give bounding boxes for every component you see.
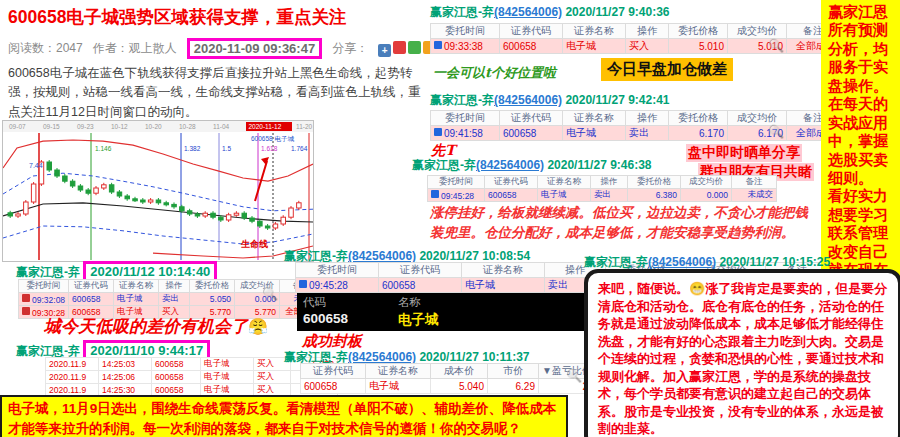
share-wechat-icon[interactable] (408, 41, 421, 54)
svg-text:10-28: 10-28 (179, 123, 196, 130)
cell: 电子城 (201, 358, 254, 371)
timestamp: 2020/11/27 10:15:25 (719, 255, 830, 269)
right-promo-column: 赢家江恩 所有预测 分析，均 服务于实 盘操作。 在每天的 实战应用 中，掌握 … (821, 0, 900, 293)
col-header: 委托时间 (296, 263, 379, 278)
table-row: 600658电子城5.0406.2924.58 (301, 379, 611, 394)
cell: 电子城 (462, 278, 545, 293)
col-header: 操作 (591, 176, 628, 189)
cell: 600658 (301, 379, 366, 394)
cell: 600658 (379, 278, 462, 293)
row-flag-icon (22, 307, 30, 315)
cell: 卖出 (159, 293, 190, 306)
cell: 09:45:28 (296, 278, 379, 293)
note-discipline: 涨停挂好，给板就继续减。低位买，边拉边卖，不贪心才能把钱装兜里。仓位分配好，成本… (430, 203, 820, 242)
svg-text:1.382: 1.382 (184, 145, 201, 152)
magnifier-icon[interactable]: 🔍 (566, 368, 582, 383)
stock-code: 600658 (303, 311, 398, 329)
account-link[interactable]: (842564006) (494, 5, 562, 19)
cell: 09:45:28 (428, 189, 485, 202)
timestamp: 2020/11/27 10:11:37 (419, 350, 529, 364)
read-count: 阅读数：2047 (8, 40, 83, 57)
cell: 6.170 (669, 126, 728, 141)
col-header: 证券名称 (462, 263, 545, 278)
magnifier-icon[interactable]: 🔍 (768, 38, 784, 53)
timestamp: 2020/11/27 9:40:36 (565, 5, 669, 19)
share-label: 分享： (332, 40, 368, 57)
col-header: 证券代码 (69, 280, 114, 293)
col-header: 证券代码 (379, 263, 462, 278)
header-row: 证券代码证券名称成本价市价▼盈亏比例(%) (301, 364, 611, 379)
cell: 5.040 (431, 379, 488, 394)
cell: 6.380 (628, 189, 681, 202)
col-header: 委托时间 (19, 280, 69, 293)
cell: 卖出 (626, 126, 669, 141)
magnifier-icon[interactable]: 🔍 (262, 286, 278, 301)
username: 赢家江恩-弃 (284, 350, 348, 364)
publish-time: 2020-11-09 09:36:47 (194, 41, 315, 56)
cell: 600658 (152, 358, 201, 371)
log-header-m1: 赢家江恩-弃(842564006) 2020/11/27 9:40:36 (430, 4, 670, 21)
cell: 5.010 (669, 39, 728, 54)
cell: 电子城 (366, 379, 431, 394)
col-header: 操作 (159, 280, 190, 293)
cell: 14:25:03 (99, 358, 152, 371)
timestamp: 2020/11/12 10:14:40 (90, 264, 210, 279)
stock-name: 电子城 (398, 311, 548, 329)
cell: 600658 (500, 126, 563, 141)
col-header: 证券名称 (563, 24, 626, 39)
account-link[interactable]: (842564006) (348, 249, 416, 263)
col-header: 委托价格 (190, 280, 235, 293)
svg-text:2020-11-12: 2020-11-12 (249, 123, 282, 130)
svg-text:10-12: 10-12 (111, 123, 128, 130)
cell: 未成交 (732, 189, 777, 202)
account-link[interactable]: (842564006) (648, 255, 716, 269)
timestamp: 2020/11/27 9:46:38 (547, 158, 651, 172)
cell: 5.050 (190, 293, 235, 306)
share-plus-icon[interactable]: + (378, 44, 391, 57)
cell: 2020.11.9 (46, 371, 99, 384)
svg-text:11-04: 11-04 (213, 123, 230, 130)
cell: 6.29 (488, 379, 539, 394)
note-yellow-tag: 今日早盘加仓做差 (601, 58, 733, 81)
svg-text:09-07: 09-07 (9, 123, 26, 130)
account-link[interactable]: (842564006) (476, 158, 544, 172)
share-weibo-icon[interactable] (393, 41, 406, 54)
username: 赢家江恩-弃 (16, 344, 80, 358)
table-row: 09:45:28600658电子城卖出6.3800.000未成交 (428, 189, 777, 202)
page: 600658电子城强势区域获得支撑，重点关注 阅读数：2047 作者：观上散人 … (0, 0, 900, 437)
header-row: 委托时间证券代码证券名称操作委托价格成交均价备注 (428, 176, 777, 189)
col-header: 委托价格 (628, 176, 681, 189)
svg-text:1.618: 1.618 (261, 145, 278, 152)
svg-text:09-15: 09-15 (43, 123, 60, 130)
svg-text:1.5: 1.5 (222, 145, 231, 152)
cell: 09:32:08 (19, 293, 69, 306)
account-link[interactable]: (842564006) (494, 93, 562, 107)
cell: 买入 (626, 39, 669, 54)
timestamp: 2020/11/10 9:44:17 (90, 343, 203, 358)
svg-text:7.44: 7.44 (29, 162, 43, 169)
username: 赢家江恩-弃 (584, 255, 648, 269)
candlestick-chart: 09-0709-1509-2310-1210-2010-2811-0411-20… (2, 120, 314, 262)
row-flag-icon (434, 128, 442, 136)
col-header: 委托价格 (669, 24, 728, 39)
cell: 电子城 (114, 293, 159, 306)
svg-text:600658 电子城: 600658 电子城 (251, 135, 294, 143)
cell: 买入 (254, 371, 291, 384)
cell: 600658 (500, 39, 563, 54)
log-header-m3: 赢家江恩-弃(842564006) 2020/11/27 9:46:38 (412, 157, 652, 174)
account-link[interactable]: (842564006) (348, 350, 416, 364)
col-header: 名称 (398, 295, 548, 310)
timestamp: 2020/11/27 9:42:41 (565, 93, 669, 107)
magnifier-icon[interactable]: 🔍 (768, 124, 784, 139)
cell: 600658 (485, 189, 538, 202)
note-share-1: 盘中即时晒单分享 (686, 144, 802, 162)
col-header: 代码 (303, 295, 398, 310)
col-header: 证券名称 (538, 176, 591, 189)
cell: 卖出 (591, 189, 628, 202)
svg-text:11-20: 11-20 (296, 123, 313, 130)
author-label: 作者：观上散人 (93, 40, 177, 57)
col-header: 成交均价 (728, 24, 787, 39)
cell: 电子城 (538, 189, 591, 202)
col-header: 委托时间 (431, 111, 500, 126)
chart-canvas: 09-0709-1509-2310-1210-2010-2811-0411-20… (3, 121, 313, 261)
